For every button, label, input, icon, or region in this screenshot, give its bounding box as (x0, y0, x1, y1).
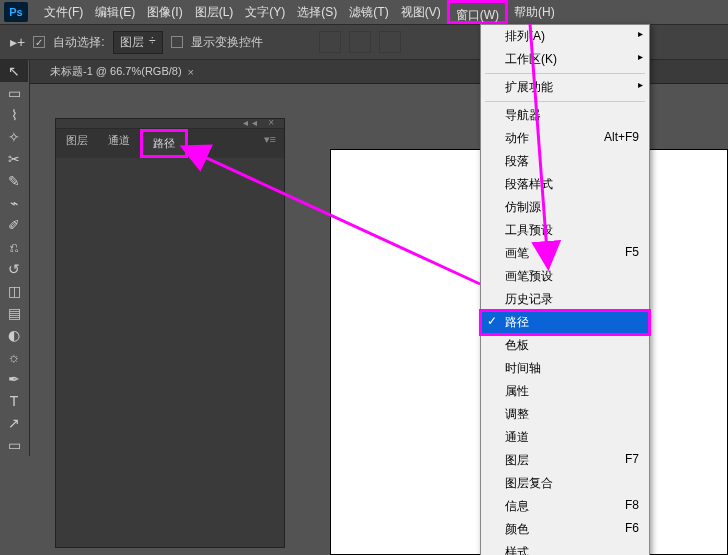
autoselect-checkbox[interactable]: ✓ (33, 36, 45, 48)
menu-actions[interactable]: 动作Alt+F9 (481, 127, 649, 150)
paths-panel: ◂◂ × 图层 通道 路径 ▾≡ (55, 118, 285, 548)
path-select-tool[interactable]: ↗ (0, 412, 28, 434)
panel-tab-layers[interactable]: 图层 (56, 129, 98, 158)
brush-tool[interactable]: ✐ (0, 214, 28, 236)
menu-paths[interactable]: ✓路径 (481, 311, 649, 334)
menu-swatch[interactable]: 色板 (481, 334, 649, 357)
panel-tabs: 图层 通道 路径 ▾≡ (56, 129, 284, 158)
menu-brush-presets[interactable]: 画笔预设 (481, 265, 649, 288)
autoselect-dropdown[interactable]: 图层 ÷ (113, 31, 163, 54)
eyedropper-tool[interactable]: ✎ (0, 170, 28, 192)
menu-layer-comps[interactable]: 图层复合 (481, 472, 649, 495)
menu-layer[interactable]: 图层(L) (189, 0, 240, 24)
move-tool-icon: ▸+ (10, 34, 25, 50)
healing-tool[interactable]: ⌁ (0, 192, 28, 214)
menu-color[interactable]: 颜色F6 (481, 518, 649, 541)
menu-tool-presets[interactable]: 工具预设 (481, 219, 649, 242)
gradient-tool[interactable]: ▤ (0, 302, 28, 324)
menu-bar: Ps 文件(F) 编辑(E) 图像(I) 图层(L) 文字(Y) 选择(S) 滤… (0, 0, 728, 24)
menu-separator (485, 73, 645, 74)
align-icon-2[interactable] (349, 31, 371, 53)
menu-workspace[interactable]: 工作区(K) (481, 48, 649, 71)
menu-filter[interactable]: 滤镜(T) (343, 0, 394, 24)
marquee-tool[interactable]: ▭ (0, 82, 28, 104)
panel-menu-icon[interactable]: ▾≡ (256, 129, 284, 158)
menu-window[interactable]: 窗口(W) (447, 0, 508, 24)
menu-channels[interactable]: 通道 (481, 426, 649, 449)
app-logo: Ps (4, 2, 28, 22)
menu-layers[interactable]: 图层F7 (481, 449, 649, 472)
stamp-tool[interactable]: ⎌ (0, 236, 28, 258)
lasso-tool[interactable]: ⌇ (0, 104, 28, 126)
shape-tool[interactable]: ▭ (0, 434, 28, 456)
show-transform-checkbox[interactable] (171, 36, 183, 48)
menu-select[interactable]: 选择(S) (291, 0, 343, 24)
panel-collapse-icon[interactable]: ◂◂ × (243, 117, 278, 128)
autoselect-value: 图层 (120, 34, 144, 51)
window-menu-dropdown: 排列(A) 工作区(K) 扩展功能 导航器 动作Alt+F9 段落 段落样式 仿… (480, 24, 650, 555)
document-tab[interactable]: 未标题-1 @ 66.7%(RGB/8) × (40, 64, 204, 79)
menu-navigator[interactable]: 导航器 (481, 104, 649, 127)
menu-file[interactable]: 文件(F) (38, 0, 89, 24)
show-transform-label: 显示变换控件 (191, 34, 263, 51)
menu-brush[interactable]: 画笔F5 (481, 242, 649, 265)
toolbox: ↖ ▭ ⌇ ✧ ✂ ✎ ⌁ ✐ ⎌ ↺ ◫ ▤ ◐ ☼ ✒ T ↗ ▭ (0, 60, 30, 456)
panel-tab-channels[interactable]: 通道 (98, 129, 140, 158)
menu-help[interactable]: 帮助(H) (508, 0, 561, 24)
menu-view[interactable]: 视图(V) (395, 0, 447, 24)
check-icon: ✓ (487, 314, 497, 328)
align-icon-3[interactable] (379, 31, 401, 53)
align-icon-1[interactable] (319, 31, 341, 53)
panel-header[interactable]: ◂◂ × (56, 119, 284, 129)
menu-edit[interactable]: 编辑(E) (89, 0, 141, 24)
crop-tool[interactable]: ✂ (0, 148, 28, 170)
menu-para-styles[interactable]: 段落样式 (481, 173, 649, 196)
menu-type[interactable]: 文字(Y) (239, 0, 291, 24)
menu-styles[interactable]: 样式 (481, 541, 649, 555)
pen-tool[interactable]: ✒ (0, 368, 28, 390)
history-brush-tool[interactable]: ↺ (0, 258, 28, 280)
caret-icon: ÷ (149, 34, 156, 51)
dodge-tool[interactable]: ☼ (0, 346, 28, 368)
type-tool[interactable]: T (0, 390, 28, 412)
menu-arrange[interactable]: 排列(A) (481, 25, 649, 48)
menu-adjust[interactable]: 调整 (481, 403, 649, 426)
menu-history[interactable]: 历史记录 (481, 288, 649, 311)
menu-info[interactable]: 信息F8 (481, 495, 649, 518)
menu-properties[interactable]: 属性 (481, 380, 649, 403)
menu-image[interactable]: 图像(I) (141, 0, 188, 24)
menu-paragraph[interactable]: 段落 (481, 150, 649, 173)
panel-tab-paths[interactable]: 路径 (140, 129, 188, 158)
document-tab-label: 未标题-1 @ 66.7%(RGB/8) (50, 64, 182, 79)
menu-extensions[interactable]: 扩展功能 (481, 76, 649, 99)
magic-wand-tool[interactable]: ✧ (0, 126, 28, 148)
menu-clone[interactable]: 仿制源 (481, 196, 649, 219)
menu-separator (485, 101, 645, 102)
menu-timeline[interactable]: 时间轴 (481, 357, 649, 380)
eraser-tool[interactable]: ◫ (0, 280, 28, 302)
move-tool[interactable]: ↖ (0, 60, 28, 82)
close-tab-icon[interactable]: × (188, 66, 194, 78)
autoselect-label: 自动选择: (53, 34, 104, 51)
blur-tool[interactable]: ◐ (0, 324, 28, 346)
